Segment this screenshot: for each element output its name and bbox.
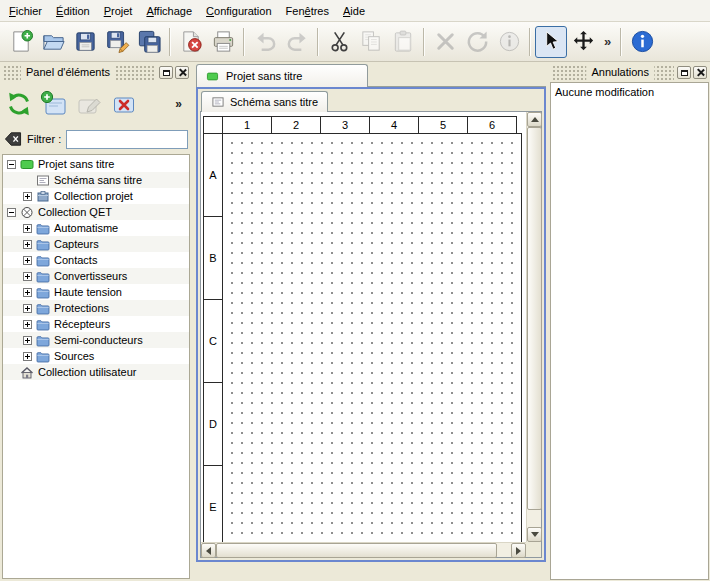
tree-item-semi-conducteurs[interactable]: Semi-conducteurs xyxy=(3,332,189,348)
scroll-left-button[interactable] xyxy=(201,543,216,558)
expand-icon[interactable] xyxy=(23,288,32,297)
clear-filter-icon[interactable] xyxy=(4,131,22,147)
tree-item-label: Projet sans titre xyxy=(38,158,114,170)
folder-icon xyxy=(36,270,50,283)
paste-button[interactable] xyxy=(387,26,419,58)
folder-icon xyxy=(36,318,50,331)
tree-item-label: Collection projet xyxy=(54,190,133,202)
edit-element-button[interactable] xyxy=(74,89,104,119)
column-headers: 1 2 3 4 5 6 xyxy=(203,116,522,134)
scroll-right-button[interactable] xyxy=(511,543,526,558)
expand-icon[interactable] xyxy=(23,320,32,329)
cut-button[interactable] xyxy=(323,26,355,58)
menu-fenetres[interactable]: Fenêtres xyxy=(279,0,336,21)
project-subwindow: Schéma sans titre 1 2 3 4 5 6 xyxy=(196,87,546,562)
redo-button[interactable] xyxy=(281,26,313,58)
copy-button[interactable] xyxy=(355,26,387,58)
select-tool-button[interactable] xyxy=(535,26,567,58)
folder-icon xyxy=(36,334,50,347)
diagram-viewport: 1 2 3 4 5 6 A B C D E xyxy=(201,112,526,542)
save-as-button[interactable] xyxy=(101,26,133,58)
float-icon xyxy=(163,70,170,76)
menu-configuration[interactable]: Configuration xyxy=(199,0,278,21)
tab-projet-sans-titre[interactable]: Projet sans titre xyxy=(196,64,368,87)
delete-element-button[interactable] xyxy=(109,89,139,119)
tree-item-haute-tension[interactable]: Haute tension xyxy=(3,284,189,300)
tree-item-automatisme[interactable]: Automatisme xyxy=(3,220,189,236)
elements-panel-titlebar[interactable]: Panel d'éléments xyxy=(3,65,189,80)
expand-icon[interactable] xyxy=(23,224,32,233)
new-document-button[interactable] xyxy=(5,26,37,58)
horizontal-scrollbar[interactable] xyxy=(201,542,526,557)
toolbar-overflow-chevron[interactable]: » xyxy=(599,34,616,49)
save-all-button[interactable] xyxy=(133,26,165,58)
scrollbar-corner xyxy=(526,542,541,557)
vertical-scroll-thumb[interactable] xyxy=(527,127,542,510)
move-tool-button[interactable] xyxy=(567,26,599,58)
tree-item-capteurs[interactable]: Capteurs xyxy=(3,236,189,252)
collapse-icon[interactable] xyxy=(7,208,16,217)
print-button[interactable] xyxy=(207,26,239,58)
tree-item-protections[interactable]: Protections xyxy=(3,300,189,316)
save-button[interactable] xyxy=(69,26,101,58)
about-info-button[interactable] xyxy=(626,26,658,58)
scroll-up-button[interactable] xyxy=(527,112,542,127)
expand-icon[interactable] xyxy=(23,352,32,361)
rotate-button[interactable] xyxy=(461,26,493,58)
tree-item-convertisseurs[interactable]: Convertisseurs xyxy=(3,268,189,284)
open-document-button[interactable] xyxy=(37,26,69,58)
dock-close-button[interactable] xyxy=(175,66,189,79)
tree-item-collection-utilisateur[interactable]: Collection utilisateur xyxy=(3,364,189,380)
undo-list-item[interactable]: Aucune modification xyxy=(551,83,708,100)
expand-icon[interactable] xyxy=(23,192,32,201)
tree-item-sources[interactable]: Sources xyxy=(3,348,189,364)
elements-tree: Projet sans titre Schéma sans titre Coll… xyxy=(2,154,190,579)
expand-icon[interactable] xyxy=(23,240,32,249)
column-header-4: 4 xyxy=(369,116,419,134)
menu-affichage[interactable]: Affichage xyxy=(139,0,199,21)
tab-schema-sans-titre[interactable]: Schéma sans titre xyxy=(201,91,328,112)
dock-buttons xyxy=(674,65,707,80)
filter-input[interactable] xyxy=(66,130,188,149)
object-info-button[interactable] xyxy=(493,26,525,58)
expand-icon[interactable] xyxy=(23,272,32,281)
dock-float-button[interactable] xyxy=(159,66,173,79)
dock-close-button[interactable] xyxy=(693,66,707,79)
panel-overflow-chevron[interactable]: » xyxy=(175,97,182,111)
open-document-icon xyxy=(41,29,66,54)
menu-edition[interactable]: Édition xyxy=(49,0,97,21)
tree-item-contacts[interactable]: Contacts xyxy=(3,252,189,268)
expand-icon[interactable] xyxy=(23,256,32,265)
column-header-3: 3 xyxy=(320,116,370,134)
horizontal-scroll-thumb[interactable] xyxy=(216,543,497,558)
diagram-canvas[interactable] xyxy=(222,133,522,542)
reload-collections-icon xyxy=(5,90,33,118)
main-toolbar: » xyxy=(0,22,710,62)
menu-fichier[interactable]: Fichier xyxy=(2,0,49,21)
undo-dock-titlebar[interactable]: Annulations xyxy=(552,65,707,80)
vertical-scrollbar[interactable] xyxy=(526,112,541,542)
expand-icon[interactable] xyxy=(23,336,32,345)
expand-icon[interactable] xyxy=(23,304,32,313)
collection-box-icon xyxy=(36,190,50,203)
elements-panel-title: Panel d'éléments xyxy=(21,65,115,80)
menu-projet[interactable]: Projet xyxy=(97,0,140,21)
tree-item-recepteurs[interactable]: Récepteurs xyxy=(3,316,189,332)
delete-button[interactable] xyxy=(429,26,461,58)
close-document-button[interactable] xyxy=(175,26,207,58)
undo-button[interactable] xyxy=(249,26,281,58)
tree-item-collection-projet[interactable]: Collection projet xyxy=(3,188,189,204)
toolbar-separator xyxy=(169,28,171,56)
dock-float-button[interactable] xyxy=(677,66,691,79)
elements-panel-toolbar: » xyxy=(0,80,192,126)
tree-item-collection-qet[interactable]: Collection QET xyxy=(3,204,189,220)
new-element-button[interactable] xyxy=(39,89,69,119)
arrow-up-icon xyxy=(531,117,539,122)
sheet-body: A B C D E xyxy=(203,134,522,542)
scroll-down-button[interactable] xyxy=(527,527,542,542)
menu-aide[interactable]: Aide xyxy=(336,0,372,21)
reload-collections-button[interactable] xyxy=(4,89,34,119)
tree-item-schema[interactable]: Schéma sans titre xyxy=(3,172,189,188)
tree-item-project[interactable]: Projet sans titre xyxy=(3,156,189,172)
collapse-icon[interactable] xyxy=(7,160,16,169)
